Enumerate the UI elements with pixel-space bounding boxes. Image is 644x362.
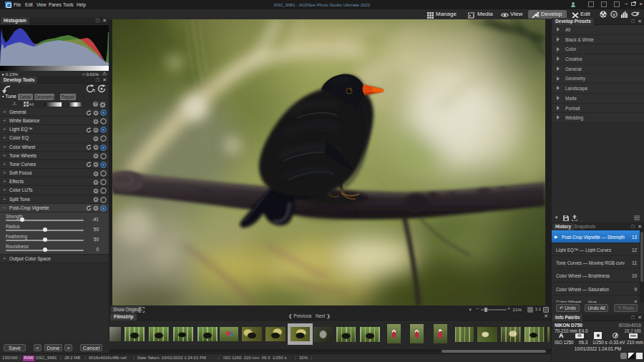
svg-text:ai: ai xyxy=(613,11,615,16)
